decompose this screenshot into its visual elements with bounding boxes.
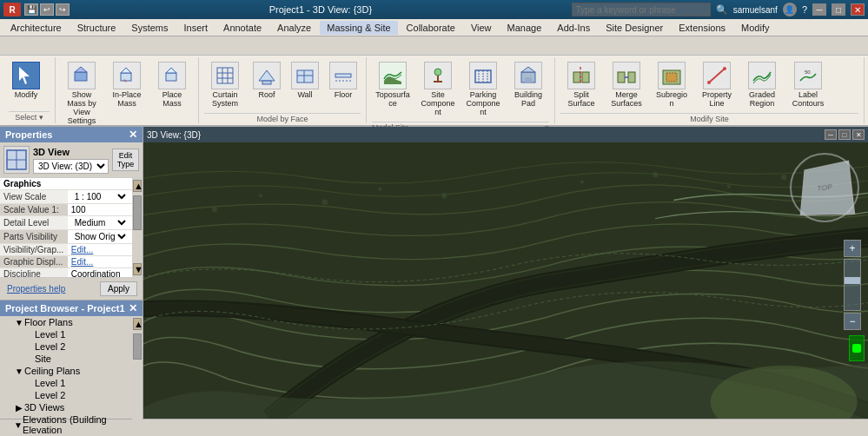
3dviews-node[interactable]: ▶ 3D Views: [0, 401, 132, 413]
scroll-thumb[interactable]: [133, 195, 142, 230]
search-icon[interactable]: 🔍: [716, 4, 728, 16]
inplace-mass-btn[interactable]: ✎ In-Place Mass: [106, 59, 148, 111]
scroll-down-arrow[interactable]: ▼: [133, 263, 142, 275]
curtain-system-label: Curtain System: [208, 91, 242, 109]
elevations-node[interactable]: ▼ Elevations (Building Elevation: [0, 413, 132, 436]
level1-floorplan[interactable]: Level 1: [0, 328, 132, 340]
scroll-up-arrow[interactable]: ▲: [133, 180, 142, 192]
site-floorplan[interactable]: Site: [0, 353, 132, 365]
level1-ceiling[interactable]: Level 1: [0, 377, 132, 389]
tree-scroll-up[interactable]: ▲: [133, 318, 142, 330]
view-scale-row: View Scale 1 : 100: [0, 190, 132, 204]
3d-expand[interactable]: ▶: [14, 403, 24, 413]
viewport[interactable]: 3D View: {3D} ─ □ ✕: [143, 127, 868, 419]
properties-close-btn[interactable]: ✕: [129, 129, 137, 141]
menu-view[interactable]: View: [464, 21, 499, 35]
project-browser-title: Project Browser - Project1: [5, 303, 125, 314]
building-pad-btn[interactable]: Building Pad: [507, 59, 549, 111]
roof-btn[interactable]: Roof: [249, 59, 284, 102]
project-browser-close-btn[interactable]: ✕: [129, 302, 137, 314]
menu-architecture[interactable]: Architecture: [3, 21, 69, 35]
merge-surfaces-btn[interactable]: Merge Surfaces: [606, 59, 647, 111]
menu-insert[interactable]: Insert: [177, 21, 215, 35]
split-surface-btn[interactable]: Split Surface: [560, 59, 602, 111]
level2-floorplan[interactable]: Level 2: [0, 340, 132, 353]
zoom-slider[interactable]: [844, 259, 861, 311]
menu-extensions[interactable]: Extensions: [672, 21, 732, 35]
graphic-disp-edit-btn[interactable]: Edit...: [68, 256, 132, 268]
menu-collaborate[interactable]: Collaborate: [400, 21, 462, 35]
minimize-btn[interactable]: ─: [812, 3, 826, 16]
level2-ceiling[interactable]: Level 2: [0, 389, 132, 401]
graphic-disp-row: Graphic Displ... Edit...: [0, 256, 132, 268]
property-line-label: Property Line: [699, 91, 734, 109]
wall-icon: [291, 62, 319, 89]
roof-icon: [253, 62, 281, 89]
tree-scrollbar[interactable]: ▲ ▼: [132, 316, 142, 436]
menu-modify[interactable]: Modify: [734, 21, 776, 35]
help-icon[interactable]: ?: [802, 4, 807, 15]
property-line-icon: [703, 62, 731, 89]
nav-cube-face[interactable]: TOP: [800, 160, 856, 215]
save-btn[interactable]: 💾: [24, 3, 38, 16]
navigation-cube[interactable]: TOP: [790, 153, 859, 222]
menu-structure[interactable]: Structure: [70, 21, 123, 35]
tree-scroll-thumb[interactable]: [133, 334, 142, 360]
viewport-restore-btn[interactable]: □: [838, 129, 851, 140]
search-input[interactable]: [572, 3, 711, 17]
close-btn[interactable]: ✕: [851, 3, 865, 16]
site-label: Site: [35, 353, 51, 364]
visibility-row: Visibility/Grap... Edit...: [0, 244, 132, 256]
elev-expand[interactable]: ▼: [14, 420, 23, 430]
parts-visibility-value[interactable]: Show Original: [68, 230, 132, 244]
property-line-btn[interactable]: Property Line: [696, 59, 738, 111]
place-mass-btn[interactable]: Place Mass: [151, 59, 193, 111]
floor-btn[interactable]: Floor: [326, 59, 361, 102]
visibility-edit-btn[interactable]: Edit...: [68, 244, 132, 256]
menu-massing-site[interactable]: Massing & Site: [320, 21, 397, 35]
project-browser-panel: Project Browser - Project1 ✕ ▼ Floor Pla…: [0, 301, 142, 436]
detail-level-value[interactable]: Medium: [68, 216, 132, 230]
parking-component-btn[interactable]: Parking Component: [462, 59, 504, 120]
view-type-select[interactable]: 3D View: (3D): [33, 159, 109, 174]
zoom-in-btn[interactable]: +: [844, 240, 861, 257]
apply-btn[interactable]: Apply: [100, 281, 137, 296]
menu-addins[interactable]: Add-Ins: [550, 21, 597, 35]
site-component-btn[interactable]: Site Component: [417, 59, 459, 120]
undo-btn[interactable]: ↩: [40, 3, 54, 16]
viewport-minimize-btn[interactable]: ─: [825, 129, 837, 140]
redo-btn[interactable]: ↪: [56, 3, 70, 16]
wall-btn[interactable]: Wall: [288, 59, 322, 102]
ceiling-plans-node[interactable]: ▼ Ceiling Plans: [0, 365, 132, 377]
floor-plans-node[interactable]: ▼ Floor Plans: [0, 316, 132, 328]
view-scale-value[interactable]: 1 : 100: [68, 190, 132, 204]
svg-point-49: [441, 193, 447, 198]
svg-point-53: [781, 175, 786, 180]
properties-help-link[interactable]: Properties help: [3, 282, 69, 295]
menu-site-designer[interactable]: Site Designer: [599, 21, 670, 35]
curtain-system-btn[interactable]: Curtain System: [204, 59, 246, 111]
level2-ceiling-label: Level 2: [35, 390, 65, 400]
edit-type-btn[interactable]: Edit Type: [112, 149, 139, 171]
zoom-thumb[interactable]: [845, 277, 860, 284]
zoom-out-btn[interactable]: −: [844, 313, 861, 330]
show-mass-btn[interactable]: Show Mass by View Settings: [61, 59, 103, 129]
ceiling-expand[interactable]: ▼: [14, 367, 24, 376]
svg-rect-34: [628, 72, 635, 83]
label-contours-btn[interactable]: 50 Label Contours: [786, 59, 830, 111]
menu-annotate[interactable]: Annotate: [216, 21, 268, 35]
modify-btn[interactable]: Modify: [9, 59, 43, 102]
subregion-btn[interactable]: Subregion: [651, 59, 692, 111]
menu-systems[interactable]: Systems: [124, 21, 175, 35]
menu-analyze[interactable]: Analyze: [270, 21, 318, 35]
level1-ceiling-label: Level 1: [35, 378, 65, 388]
graded-region-btn[interactable]: Graded Region: [741, 59, 783, 111]
viewport-close-btn[interactable]: ✕: [852, 129, 865, 140]
properties-table: Graphics View Scale 1 : 100 Scale Value …: [0, 178, 132, 277]
props-scrollbar[interactable]: ▲ ▼: [132, 178, 142, 277]
toposurface-btn[interactable]: Toposurface: [372, 59, 414, 111]
restore-btn[interactable]: □: [832, 3, 845, 16]
elevations-label: Elevations (Building Elevation: [23, 414, 129, 435]
menu-manage[interactable]: Manage: [500, 21, 549, 35]
floor-plans-expand[interactable]: ▼: [14, 318, 24, 327]
